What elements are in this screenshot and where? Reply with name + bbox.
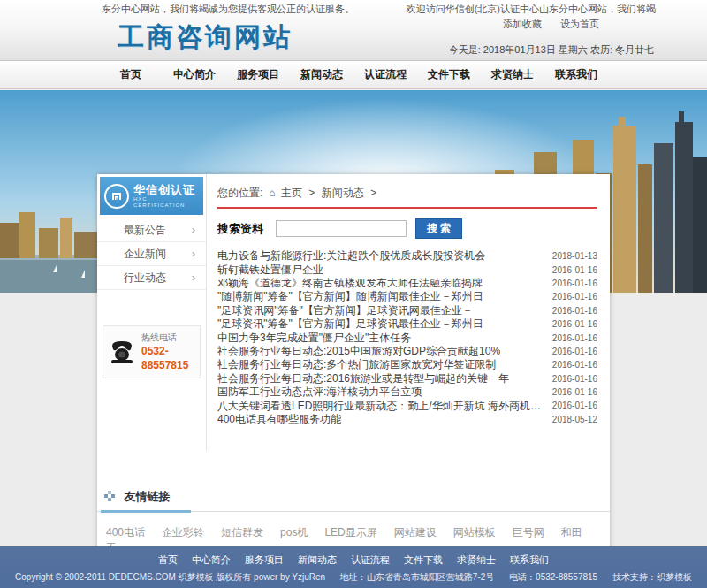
breadcrumb: 您的位置:⌂ 主页 > 新闻动态 > (217, 186, 597, 201)
red-divider (217, 207, 597, 209)
telephone-icon (107, 339, 137, 365)
certification-logo-icon (104, 184, 129, 209)
search-button[interactable]: 搜 索 (415, 218, 462, 239)
footer-nav-item[interactable]: 新闻动态 (298, 554, 337, 565)
news-row: 社会服务行业每日动态:多个热门旅游国家放宽对华签证限制2016-01-16 (217, 358, 597, 371)
friend-links-title: 友情链接 (124, 490, 170, 503)
news-row: 社会服务行业每日动态:2015中国旅游对GDP综合贡献超10%2016-01-1… (217, 345, 597, 358)
logo-title: 华信创认证 (133, 184, 199, 196)
news-title-link[interactable]: 400电话具有哪些服务功能 (217, 413, 341, 426)
sidebar-menu-label: 行业动态 (124, 271, 166, 284)
friend-link[interactable]: 网站模板 (453, 526, 496, 538)
news-date: 2016-01-16 (552, 279, 597, 288)
main-nav: 首页中心简介服务项目新闻动态认证流程文件下载求贤纳士联系我们 (0, 60, 707, 89)
chevron-right-icon: › (192, 242, 195, 265)
breadcrumb-prefix: 您的位置: (217, 187, 262, 199)
news-date: 2018-01-13 (552, 251, 597, 261)
sidebar: 华信创认证 HXC CERTIFICATION ›最新公告›企业新闻›行业动态 … (97, 174, 207, 451)
page: 东分中心网站，我们将竭诚为您提供客观公正的认证服务。 欢迎访问华信创(北京)认证… (0, 0, 707, 588)
copyright-text: Copyright © 2002-2011 DEDECMS.COM 织梦模板 版… (15, 572, 325, 582)
friend-link[interactable]: 网站建设 (394, 526, 437, 538)
header: 东分中心网站，我们将竭诚为您提供客观公正的认证服务。 欢迎访问华信创(北京)认证… (0, 0, 707, 60)
news-row: 八大关键词看透LED照明行业最新动态：勤上/华灿开新坑 海外商机来袭2016-0… (217, 399, 597, 412)
search-input[interactable] (276, 220, 407, 237)
footer-support: 技术支持：织梦模板 (612, 572, 692, 582)
footer-nav-item[interactable]: 首页 (158, 554, 178, 565)
logo-subtitle: HXC CERTIFICATION (133, 196, 199, 208)
news-title-link[interactable]: 电力设备与新能源行业:关注超跌个股优质成长股投资机会 (217, 249, 485, 263)
news-date: 2016-01-16 (552, 306, 597, 316)
blocks-icon (104, 491, 115, 501)
welcome-text: 欢迎访问华信创(北京)认证中心山东分中心网站，我们将竭 (407, 3, 656, 16)
news-date: 2016-01-16 (552, 360, 597, 370)
chevron-right-icon: › (192, 266, 195, 289)
friend-link[interactable]: 400电话 (106, 526, 145, 538)
news-title-link[interactable]: 八大关键词看透LED照明行业最新动态：勤上/华灿开新坑 海外商机来袭 (217, 399, 544, 412)
news-row: 中国力争3年完成处置"僵尸企业"主体任务2016-01-16 (217, 331, 597, 344)
footer-copyright: Copyright © 2002-2011 DEDECMS.COM 织梦模板 版… (0, 571, 707, 584)
hotline-number: 0532-88557815 (141, 344, 196, 372)
footer: 首页中心简介服务项目新闻动态认证流程文件下载求贤纳士联系我们 Copyright… (0, 546, 707, 588)
nav-item[interactable]: 认证流程 (354, 61, 417, 88)
nav-item[interactable]: 首页 (99, 61, 163, 88)
news-title-link[interactable]: "足球资讯"筹备"【官方新闻】足球资讯最佳企业－郑州日 (217, 317, 483, 331)
nav-item[interactable]: 服务项目 (226, 61, 290, 88)
nav-item[interactable]: 中心简介 (163, 61, 226, 88)
set-homepage-link[interactable]: 设为首页 (560, 19, 599, 29)
footer-nav-item[interactable]: 认证流程 (351, 554, 390, 565)
news-title-link[interactable]: 斩钉截铁处置僵尸企业 (217, 263, 323, 276)
sidebar-menu-item[interactable]: ›行业动态 (97, 266, 206, 290)
announcement-marquee: 东分中心网站，我们将竭诚为您提供客观公正的认证服务。 (102, 3, 354, 16)
news-row: "足球资讯网"筹备"【官方新闻】足球资讯网最佳企业－2016-01-16 (217, 304, 597, 317)
footer-nav: 首页中心简介服务项目新闻动态认证流程文件下载求贤纳士联系我们 (0, 546, 707, 567)
add-favorite-link[interactable]: 添加收藏 (503, 19, 542, 29)
news-title-link[interactable]: 国防军工行业动态点评:海洋核动力平台立项 (217, 386, 422, 399)
sidebar-menu: ›最新公告›企业新闻›行业动态 (97, 218, 206, 290)
footer-nav-item[interactable]: 求贤纳士 (457, 554, 496, 565)
news-title-link[interactable]: "足球资讯网"筹备"【官方新闻】足球资讯网最佳企业－ (217, 304, 473, 317)
news-date: 2016-01-16 (552, 374, 597, 384)
news-date: 2016-01-16 (552, 347, 597, 356)
news-title-link[interactable]: 社会服务行业每日动态:多个热门旅游国家放宽对华签证限制 (217, 358, 496, 371)
sidebar-menu-label: 企业新闻 (124, 248, 166, 260)
friend-link[interactable]: LED显示屏 (324, 526, 376, 538)
news-title-link[interactable]: 社会服务行业每日动态:2016旅游业或是转型与崛起的关键一年 (217, 372, 509, 386)
friend-link[interactable]: 企业彩铃 (162, 526, 204, 538)
quick-links: 添加收藏 设为首页 (487, 18, 599, 31)
content-area: 您的位置:⌂ 主页 > 新闻动态 > 搜索资料 搜 索 电力设备与新能源行业:关… (207, 174, 610, 451)
news-title-link[interactable]: "随博新闻"筹备"【官方新闻】随博新闻最佳企业－郑州日 (217, 290, 483, 303)
footer-nav-item[interactable]: 文件下载 (404, 554, 443, 565)
sidebar-menu-item[interactable]: ›企业新闻 (97, 242, 206, 266)
search-bar: 搜索资料 搜 索 (217, 218, 597, 239)
news-title-link[interactable]: 邓颖海《道德龙》终南古镇楼观发布大师任法融亲临揭牌 (217, 277, 483, 290)
breadcrumb-separator: > (370, 187, 376, 199)
nav-item[interactable]: 求贤纳士 (481, 61, 544, 88)
footer-nav-item[interactable]: 联系我们 (510, 554, 549, 565)
footer-nav-item[interactable]: 中心简介 (192, 554, 231, 565)
home-icon: ⌂ (269, 187, 275, 199)
nav-item[interactable]: 联系我们 (544, 61, 608, 88)
breadcrumb-home-link[interactable]: 主页 (281, 187, 302, 199)
main-content-box: 华信创认证 HXC CERTIFICATION ›最新公告›企业新闻›行业动态 … (97, 174, 610, 575)
news-row: 斩钉截铁处置僵尸企业2016-01-16 (217, 263, 597, 276)
breadcrumb-current-link[interactable]: 新闻动态 (322, 187, 364, 199)
hotline-label: 热线电话 (141, 332, 196, 344)
news-row: 电力设备与新能源行业:关注超跌个股优质成长股投资机会2018-01-13 (217, 249, 597, 263)
news-row: 400电话具有哪些服务功能2018-05-12 (217, 413, 597, 426)
friend-link[interactable]: pos机 (280, 526, 308, 538)
sidebar-menu-label: 最新公告 (124, 224, 166, 236)
news-title-link[interactable]: 社会服务行业每日动态:2015中国旅游对GDP综合贡献超10% (217, 345, 500, 358)
news-date: 2016-01-16 (552, 401, 597, 410)
friend-link[interactable]: 短信群发 (221, 526, 263, 538)
nav-item[interactable]: 文件下载 (417, 61, 481, 88)
friend-links-header: 友情链接 (97, 483, 610, 512)
footer-nav-item[interactable]: 服务项目 (245, 554, 284, 565)
news-row: "足球资讯"筹备"【官方新闻】足球资讯最佳企业－郑州日2016-01-16 (217, 317, 597, 331)
today-date: 今天是: 2018年01月13日 星期六 农历: 冬月廿七 (449, 43, 654, 57)
footer-address: 地址：山东省青岛市城阳区营城路7-2号 (340, 572, 494, 582)
news-date: 2018-05-12 (552, 415, 597, 424)
sidebar-menu-item[interactable]: ›最新公告 (97, 218, 206, 242)
friend-link[interactable]: 巨号网 (513, 526, 544, 538)
nav-item[interactable]: 新闻动态 (290, 61, 354, 88)
news-title-link[interactable]: 中国力争3年完成处置"僵尸企业"主体任务 (217, 331, 411, 344)
